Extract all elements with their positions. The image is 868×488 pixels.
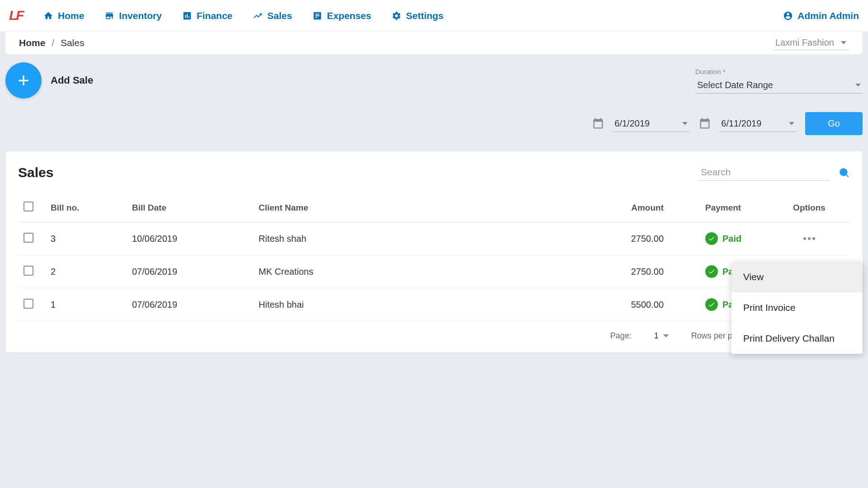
breadcrumb-home[interactable]: Home	[19, 38, 45, 48]
trend-icon	[253, 11, 263, 21]
cell-client: Hitesh bhai	[253, 288, 588, 321]
date-from-input[interactable]: 6/1/2019	[613, 116, 689, 132]
cell-amount: 5500.00	[588, 288, 669, 321]
receipt-icon	[312, 11, 322, 21]
table-row: 310/06/2019Ritesh shah2750.00Paid	[18, 222, 850, 255]
nav-label: Home	[58, 10, 84, 21]
col-bill-no: Bill no.	[45, 193, 127, 222]
cell-bill-date: 07/06/2019	[127, 255, 253, 288]
cell-bill-date: 10/06/2019	[127, 222, 253, 255]
breadcrumb-sep: /	[52, 38, 54, 48]
chevron-down-icon	[841, 41, 846, 44]
top-navbar: LF Home Inventory Finance Sales Expenses…	[0, 0, 868, 32]
duration-label: Duration *	[695, 68, 863, 75]
filters-area: + Add Sale Duration * Select Date Range …	[0, 54, 868, 151]
nav-expenses[interactable]: Expenses	[312, 10, 371, 21]
cell-amount: 2750.00	[588, 255, 669, 288]
date-to-input[interactable]: 6/11/2019	[719, 116, 796, 132]
nav-menu: Home Inventory Finance Sales Expenses Se…	[43, 10, 783, 21]
col-amount: Amount	[588, 193, 669, 222]
check-icon	[705, 232, 718, 245]
add-sale-label: Add Sale	[51, 75, 93, 86]
col-bill-date: Bill Date	[127, 193, 253, 222]
col-payment: Payment	[669, 193, 769, 222]
breadcrumb-current: Sales	[61, 38, 85, 48]
nav-label: Inventory	[119, 10, 162, 21]
logo: LF	[9, 8, 25, 24]
gear-icon	[392, 11, 401, 21]
svg-point-0	[840, 169, 847, 175]
chevron-down-icon	[855, 84, 861, 87]
date-from-field: 6/1/2019	[592, 116, 689, 132]
calendar-icon	[592, 117, 604, 130]
options-button[interactable]	[774, 237, 844, 240]
table-row: 207/06/2019MK Creations2750.00Paid	[18, 255, 850, 288]
payment-status: Paid	[705, 232, 763, 245]
pagination: Page: 1 Rows per page: 10 1 - 3 of 3	[18, 321, 850, 343]
user-icon	[783, 11, 793, 21]
chart-icon	[182, 11, 192, 21]
cell-client: MK Creations	[253, 255, 588, 288]
cell-bill-no: 3	[45, 222, 127, 255]
duration-select[interactable]: Select Date Range	[695, 77, 863, 94]
col-options: Options	[769, 193, 850, 222]
date-to-value: 6/11/2019	[721, 118, 761, 129]
sub-bar: Home / Sales Laxmi Fashion	[5, 32, 863, 54]
popup-print-invoice[interactable]: Print Invoice	[731, 292, 863, 323]
page-select[interactable]: 1	[654, 331, 669, 341]
select-all-checkbox[interactable]	[24, 202, 33, 211]
nav-finance[interactable]: Finance	[182, 10, 232, 21]
cell-bill-no: 1	[45, 288, 127, 321]
nav-label: Finance	[197, 10, 232, 21]
chevron-down-icon	[789, 122, 794, 125]
home-icon	[43, 11, 53, 21]
card-title: Sales	[18, 165, 53, 180]
user-name: Admin Admin	[797, 10, 859, 21]
nav-home[interactable]: Home	[43, 10, 84, 21]
date-to-field: 6/11/2019	[698, 116, 796, 132]
table-row: 107/06/2019Hitesh bhai5500.00Paid	[18, 288, 850, 321]
breadcrumb: Home / Sales	[19, 38, 84, 48]
nav-label: Sales	[267, 10, 292, 21]
org-name: Laxmi Fashion	[775, 38, 834, 48]
cell-amount: 2750.00	[588, 222, 669, 255]
duration-value: Select Date Range	[697, 80, 773, 90]
popup-print-challan[interactable]: Print Delivery Challan	[731, 323, 863, 354]
nav-label: Settings	[406, 10, 443, 21]
go-button[interactable]: Go	[805, 112, 863, 135]
duration-field: Duration * Select Date Range	[695, 68, 863, 94]
search-icon[interactable]	[838, 167, 850, 178]
popup-view[interactable]: View	[731, 262, 863, 292]
sales-table: Bill no. Bill Date Client Name Amount Pa…	[18, 193, 850, 321]
search-input[interactable]	[699, 164, 830, 181]
row-checkbox[interactable]	[24, 233, 33, 243]
col-client: Client Name	[253, 193, 588, 222]
calendar-icon	[698, 117, 711, 130]
sales-card: Sales Bill no. Bill Date Client Name Amo…	[5, 151, 863, 352]
store-icon	[104, 11, 114, 21]
nav-label: Expenses	[327, 10, 371, 21]
cell-bill-no: 2	[45, 255, 127, 288]
nav-inventory[interactable]: Inventory	[104, 10, 162, 21]
plus-icon: +	[18, 70, 29, 90]
user-menu[interactable]: Admin Admin	[783, 10, 859, 21]
options-popup: View Print Invoice Print Delivery Challa…	[731, 262, 863, 354]
row-checkbox[interactable]	[24, 299, 33, 309]
page-label: Page:	[610, 331, 632, 341]
page-value: 1	[654, 331, 659, 341]
date-from-value: 6/1/2019	[614, 118, 650, 129]
svg-line-1	[846, 174, 848, 177]
add-sale: + Add Sale	[5, 62, 93, 99]
org-selector[interactable]: Laxmi Fashion	[773, 36, 849, 50]
nav-sales[interactable]: Sales	[253, 10, 292, 21]
cell-client: Ritesh shah	[253, 222, 588, 255]
check-icon	[705, 298, 718, 311]
chevron-down-icon	[682, 122, 688, 125]
chevron-down-icon	[663, 334, 669, 338]
add-sale-button[interactable]: +	[5, 62, 42, 99]
row-checkbox[interactable]	[24, 266, 33, 276]
nav-settings[interactable]: Settings	[392, 10, 443, 21]
check-icon	[705, 265, 718, 278]
cell-bill-date: 07/06/2019	[127, 288, 253, 321]
